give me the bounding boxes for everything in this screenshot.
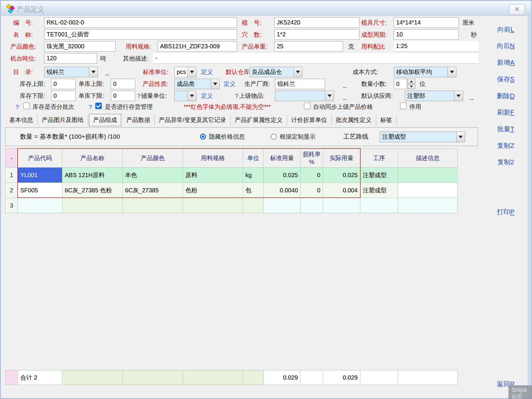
bom-cell-code[interactable]: SF005 — [18, 183, 62, 198]
inventory-mgmt-help-icon[interactable]: ? — [89, 103, 92, 111]
std-unit-combo[interactable]: pcs — [174, 67, 196, 77]
tab-product-data[interactable]: 产品数据 — [122, 115, 155, 125]
aux-unit-define-link[interactable]: 定义 — [201, 91, 213, 101]
bom-cell-color[interactable]: 6C灰_27385 — [123, 183, 183, 198]
row-number[interactable]: 3 — [5, 198, 18, 213]
save-button[interactable]: 保存S — [483, 75, 528, 84]
disable-checkbox[interactable] — [400, 103, 407, 109]
stepper-down-icon[interactable] — [408, 84, 415, 89]
tab-extended-attrs[interactable]: 产品扩展属性定义 — [231, 115, 287, 125]
cost-method-value[interactable]: 移动加权平均 — [394, 67, 448, 77]
aux-unit-value[interactable] — [174, 91, 187, 101]
bom-cell-spec[interactable]: 原料 — [183, 168, 243, 183]
bom-cell-spec[interactable] — [183, 198, 243, 213]
tab-exceptions-records[interactable]: 产品异常/变更及其它记录 — [155, 115, 231, 125]
bom-cell-desc[interactable] — [398, 183, 457, 198]
qty-decimals-input[interactable]: 0 — [394, 79, 407, 89]
route-value[interactable]: 注塑成型 — [380, 132, 456, 142]
bom-cell-desc[interactable] — [398, 198, 457, 213]
aux-unit-help-icon[interactable]: ? — [137, 92, 140, 100]
product-type-value[interactable]: 成品类 — [174, 79, 211, 89]
chevron-down-icon[interactable] — [456, 132, 465, 142]
bom-cell-spec[interactable]: 色粉 — [183, 183, 243, 198]
parent-item-more-button[interactable]: .. — [343, 93, 347, 103]
bom-cell-process[interactable]: 注塑成型 — [360, 168, 398, 183]
row-number[interactable]: 1 — [5, 168, 18, 183]
stepper-up-icon[interactable] — [408, 79, 415, 84]
code-input[interactable]: RKL-02-002-0 — [44, 17, 237, 28]
bom-cell-color[interactable]: 本色 — [123, 168, 183, 183]
bom-cell-code[interactable]: YL001 — [18, 168, 62, 183]
bom-cell-unit[interactable]: kg — [243, 168, 263, 183]
bom-cell-color[interactable] — [123, 198, 183, 213]
cavity-input[interactable]: 1*2 — [274, 29, 359, 40]
tab-pricing-units[interactable]: 计价折算单位 — [287, 115, 332, 125]
hide-price-radio[interactable] — [200, 134, 206, 140]
bom-cell-std-qty[interactable]: 0.0040 — [264, 183, 300, 198]
chevron-down-icon[interactable] — [187, 91, 196, 101]
bom-cell-loss-rate[interactable] — [301, 198, 323, 213]
next-button[interactable]: 向后N — [483, 41, 528, 50]
chevron-down-icon[interactable] — [293, 67, 302, 77]
bin-upper-input[interactable]: 0 — [111, 79, 135, 89]
bom-cell-process[interactable] — [360, 198, 398, 213]
batch-checkbox[interactable] — [23, 103, 30, 109]
parent-item-value[interactable] — [275, 91, 325, 101]
material-ratio-input[interactable]: 1:25 — [394, 41, 479, 52]
bom-cell-loss-rate[interactable]: 0 — [301, 168, 323, 183]
copy-2-button[interactable]: 复制2 — [483, 158, 528, 167]
product-type-define-link[interactable]: 定义 — [224, 79, 236, 89]
bom-cell-desc[interactable] — [398, 168, 457, 183]
machine-tonnage-input[interactable]: 120 — [44, 53, 97, 64]
bom-cell-name[interactable] — [62, 198, 122, 213]
catalog-combo[interactable]: 锐科兰 — [44, 67, 98, 77]
material-spec-input[interactable]: ABS121H_ZDF23-009 — [158, 41, 237, 52]
custom-display-radio[interactable] — [271, 134, 277, 140]
name-input[interactable]: TET001_公插管 — [44, 29, 237, 40]
default-warehouse-combo[interactable]: 良品成品仓 — [250, 67, 302, 77]
bom-cell-name[interactable]: ABS 121H原料 — [62, 168, 122, 183]
tab-labels[interactable]: 标签 — [376, 115, 397, 125]
unit-weight-input[interactable]: 25 — [274, 41, 343, 52]
print-button[interactable]: 打印P — [483, 208, 528, 216]
mold-size-input[interactable]: 14*14*14 — [394, 17, 459, 28]
bom-cell-actual-qty[interactable]: 0.025 — [323, 168, 360, 183]
mold-no-input[interactable]: JK52420 — [274, 17, 359, 28]
std-unit-define-link[interactable]: 定义 — [201, 67, 213, 77]
parent-item-combo[interactable] — [275, 91, 334, 101]
bom-cell-name[interactable]: 6C灰_27385 色粉 — [62, 183, 122, 198]
tab-batch-attrs[interactable]: 批次属性定义 — [332, 115, 376, 125]
add-button[interactable]: 新增A — [483, 58, 528, 67]
bom-cell-actual-qty[interactable]: 0.004 — [323, 183, 360, 198]
qty-decimals-stepper[interactable] — [408, 79, 415, 89]
default-supplier-combo[interactable]: 注塑部 — [405, 91, 463, 101]
chevron-down-icon[interactable] — [454, 91, 463, 101]
parent-item-help-icon[interactable]: ? — [235, 92, 238, 100]
stock-lower-input[interactable]: 0 — [51, 91, 76, 101]
chevron-down-icon[interactable] — [211, 79, 220, 89]
stock-upper-input[interactable]: 0 — [51, 79, 76, 89]
aux-unit-combo[interactable] — [174, 91, 196, 101]
route-combo[interactable]: 注塑成型 — [380, 132, 465, 142]
catalog-more-button[interactable]: .. — [105, 68, 109, 79]
manufacturer-input[interactable]: 锐科兰 — [275, 79, 325, 89]
std-unit-value[interactable]: pcs — [174, 67, 187, 77]
bom-cell-loss-rate[interactable]: 0 — [301, 183, 323, 198]
product-type-combo[interactable]: 成品类 — [174, 79, 220, 89]
default-supplier-value[interactable]: 注塑部 — [405, 91, 454, 101]
cycle-input[interactable]: 10 — [394, 29, 459, 40]
row-number[interactable]: 2 — [5, 183, 18, 198]
inventory-mgmt-checkbox[interactable] — [95, 103, 102, 109]
catalog-value[interactable]: 锐科兰 — [44, 67, 89, 77]
chevron-down-icon[interactable] — [325, 91, 334, 101]
refresh-button[interactable]: 刷新F — [483, 108, 528, 117]
tab-images-drawings[interactable]: 产品图片及图纸 — [38, 115, 88, 125]
bom-cell-std-qty[interactable]: 0.025 — [264, 168, 300, 183]
cost-method-combo[interactable]: 移动加权平均 — [394, 67, 456, 77]
batch-help-icon[interactable]: ? — [16, 103, 19, 111]
close-icon[interactable]: ✕ — [509, 4, 525, 15]
default-supplier-more-button[interactable]: .. — [470, 93, 473, 103]
tab-basic-info[interactable]: 基本信息 — [5, 115, 38, 125]
chevron-down-icon[interactable] — [448, 67, 456, 77]
manufacturer-more-button[interactable]: .. — [343, 81, 347, 91]
